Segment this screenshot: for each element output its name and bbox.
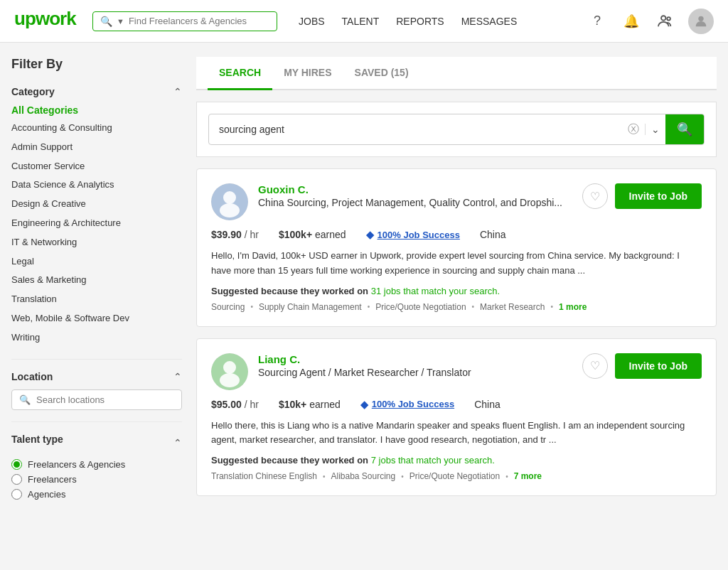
- logo-text: up work: [14, 8, 78, 34]
- notifications-button[interactable]: 🔔: [620, 10, 643, 33]
- location-search-bar[interactable]: 🔍: [11, 389, 182, 410]
- skill-tag: Price/Quote Negotiation: [375, 302, 466, 312]
- talent-type-option[interactable]: Freelancers & Agencies: [11, 459, 182, 470]
- category-item[interactable]: Sales & Marketing: [11, 271, 182, 290]
- location-search-icon: 🔍: [19, 394, 31, 405]
- header: up work 🔍 ▼ JOBS TALENT REPORTS MESSAGES…: [0, 0, 728, 43]
- category-item[interactable]: Engineering & Architecture: [11, 214, 182, 233]
- talent-type-radio[interactable]: [11, 459, 22, 470]
- job-success-text: 100% Job Success: [378, 230, 460, 240]
- category-item[interactable]: Accounting & Consulting: [11, 119, 182, 138]
- skill-tag: Supply Chain Management: [259, 302, 362, 312]
- category-chevron[interactable]: ⌃: [173, 86, 182, 97]
- talent-type-label: Talent type: [11, 434, 63, 445]
- svg-text:up: up: [14, 8, 36, 29]
- category-item[interactable]: Web, Mobile & Software Dev: [11, 309, 182, 328]
- search-container: ⓧ ⌄ 🔍: [196, 102, 717, 157]
- nav-reports[interactable]: REPORTS: [396, 16, 444, 27]
- skill-tag: Alibaba Sourcing: [331, 471, 395, 481]
- team-button[interactable]: [654, 10, 677, 33]
- category-label: Category: [11, 86, 55, 97]
- invite-to-job-button[interactable]: Invite to Job: [615, 353, 702, 379]
- freelancer-title: China Sourcing, Project Management, Qual…: [258, 197, 572, 208]
- talent-type-chevron[interactable]: ⌃: [173, 437, 182, 448]
- card-stats: $95.00 / hr $10k+ earned ◆ 100% Job Succ…: [211, 399, 702, 410]
- skills-row: Translation Chinese English•Alibaba Sour…: [211, 471, 702, 481]
- location-chevron[interactable]: ⌃: [173, 371, 182, 382]
- skills-more[interactable]: 7 more: [514, 471, 542, 481]
- freelancer-name[interactable]: Liang C.: [258, 353, 572, 365]
- card-description: Hello there, this is Liang who is a nati…: [211, 419, 702, 448]
- search-submit-button[interactable]: 🔍: [665, 114, 704, 144]
- category-item[interactable]: Data Science & Analytics: [11, 176, 182, 195]
- freelancer-card: Liang C. Sourcing Agent / Market Researc…: [196, 338, 717, 497]
- svg-point-9: [223, 361, 236, 374]
- tab-my-hires[interactable]: MY HIRES: [272, 57, 343, 90]
- job-success-badge: ◆ 100% Job Success: [360, 399, 454, 410]
- total-earned: $10k+ earned: [279, 399, 341, 410]
- talent-type-option-label: Agencies: [28, 489, 65, 500]
- category-all[interactable]: All Categories: [11, 104, 182, 116]
- skills-row: Sourcing•Supply Chain Management•Price/Q…: [211, 302, 702, 312]
- category-filter: Category ⌃ All Categories Accounting & C…: [11, 86, 182, 360]
- hourly-rate: $95.00 / hr: [211, 399, 259, 410]
- save-button[interactable]: ♡: [582, 353, 608, 379]
- talent-type-radio[interactable]: [11, 489, 22, 500]
- category-item[interactable]: IT & Networking: [11, 233, 182, 252]
- category-item[interactable]: Writing: [11, 328, 182, 348]
- skills-more[interactable]: 1 more: [559, 302, 587, 312]
- nav-jobs[interactable]: JOBS: [299, 16, 325, 27]
- search-clear-button[interactable]: ⓧ: [622, 122, 645, 137]
- user-avatar-button[interactable]: [688, 9, 714, 34]
- svg-point-10: [220, 373, 240, 387]
- nav-messages[interactable]: MESSAGES: [461, 16, 518, 27]
- talent-type-option[interactable]: Agencies: [11, 489, 182, 500]
- main-content: SEARCH MY HIRES SAVED (15) ⓧ ⌄ 🔍 Guoxin …: [196, 57, 717, 527]
- search-input-row: ⓧ ⌄ 🔍: [208, 114, 705, 145]
- category-item[interactable]: Customer Service: [11, 157, 182, 176]
- location-header: Location ⌃: [11, 371, 182, 382]
- suggested-jobs-link[interactable]: 7 jobs that match your search.: [371, 455, 495, 466]
- talent-type-options: Freelancers & AgenciesFreelancersAgencie…: [11, 459, 182, 500]
- invite-to-job-button[interactable]: Invite to Job: [615, 183, 702, 209]
- category-item[interactable]: Legal: [11, 252, 182, 271]
- svg-point-2: [661, 16, 665, 20]
- talent-type-radio[interactable]: [11, 474, 22, 485]
- logo: up work: [14, 8, 78, 34]
- header-search-bar[interactable]: 🔍 ▼: [92, 11, 277, 31]
- header-search-chevron: ▼: [117, 17, 124, 26]
- nav-links: JOBS TALENT REPORTS MESSAGES: [299, 16, 517, 27]
- card-actions: ♡ Invite to Job: [582, 353, 702, 379]
- location-label: Location: [11, 371, 53, 382]
- freelancer-name[interactable]: Guoxin C.: [258, 183, 572, 195]
- category-item[interactable]: Design & Creative: [11, 195, 182, 214]
- skill-tag: Price/Quote Negotiation: [410, 471, 500, 481]
- talent-type-header: Talent type ⌃: [11, 434, 182, 452]
- filter-title: Filter By: [11, 57, 182, 72]
- nav-talent[interactable]: TALENT: [342, 16, 380, 27]
- card-top: Liang C. Sourcing Agent / Market Researc…: [211, 353, 702, 390]
- suggested-jobs-link[interactable]: 31 jobs that match your search.: [371, 286, 500, 296]
- category-item[interactable]: Admin Support: [11, 138, 182, 157]
- main-search-input[interactable]: [209, 117, 622, 142]
- header-search-input[interactable]: [129, 16, 269, 26]
- svg-point-3: [667, 17, 670, 21]
- svg-point-7: [220, 203, 240, 217]
- skill-tag: Sourcing: [211, 302, 245, 312]
- total-earned: $100k+ earned: [279, 229, 346, 240]
- location-search-input[interactable]: [36, 394, 174, 405]
- country: China: [480, 229, 506, 240]
- tab-saved[interactable]: SAVED (15): [343, 57, 420, 90]
- talent-type-option[interactable]: Freelancers: [11, 474, 182, 485]
- freelancer-info: Guoxin C. China Sourcing, Project Manage…: [258, 183, 572, 208]
- category-list: Accounting & ConsultingAdmin SupportCust…: [11, 119, 182, 348]
- save-button[interactable]: ♡: [582, 183, 608, 209]
- skill-tag: Translation Chinese English: [211, 471, 317, 481]
- job-success-text: 100% Job Success: [372, 399, 454, 409]
- talent-type-option-label: Freelancers & Agencies: [28, 459, 125, 470]
- svg-point-4: [698, 16, 703, 21]
- category-item[interactable]: Translation: [11, 290, 182, 309]
- help-button[interactable]: ?: [586, 10, 609, 33]
- tab-search[interactable]: SEARCH: [208, 57, 272, 90]
- search-dropdown-button[interactable]: ⌄: [645, 124, 665, 135]
